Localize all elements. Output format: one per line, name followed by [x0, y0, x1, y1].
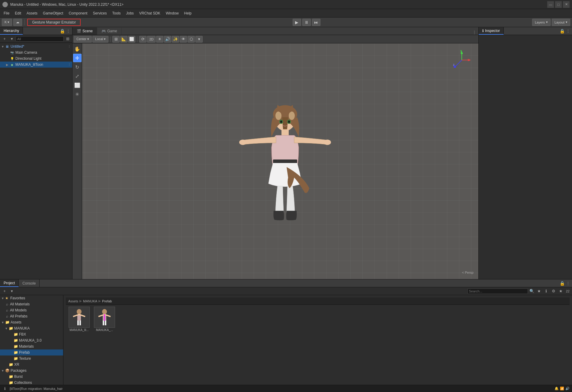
- menu-edit[interactable]: Edit: [12, 10, 24, 16]
- search-filter-4[interactable]: ⚙: [550, 288, 557, 294]
- gesture-manager-button[interactable]: Gesture Manager Emulator: [27, 19, 81, 26]
- hierarchy-lock-icon[interactable]: 🔒: [60, 29, 65, 33]
- project-search-input[interactable]: [468, 288, 528, 294]
- project-menu-icon[interactable]: ⋮: [566, 281, 570, 286]
- view-button[interactable]: 👁: [180, 36, 187, 43]
- all-prefabs-item[interactable]: ⌕ All Prefabs: [0, 313, 63, 319]
- asset-item-manuka-lil-1[interactable]: MANUKA_lil...: [67, 306, 91, 332]
- hierarchy-expand-button[interactable]: ⊞: [64, 36, 71, 42]
- inspector-lock-icon[interactable]: 🔒: [560, 29, 565, 33]
- collections-folder[interactable]: 📁 Collections: [0, 380, 63, 385]
- asset-item-manuka-lil-2[interactable]: MANUKA_...: [92, 306, 117, 332]
- effects-button[interactable]: ✨: [172, 36, 179, 43]
- minimize-button[interactable]: —: [547, 1, 554, 8]
- hierarchy-item-directional-light[interactable]: 💡 Directional Light: [0, 56, 72, 62]
- local-dropdown-button[interactable]: Local ▾: [92, 36, 108, 43]
- breadcrumb-assets[interactable]: Assets: [68, 299, 78, 303]
- rotate-gizmo-button[interactable]: ⟳: [139, 36, 146, 43]
- account-button[interactable]: K ▾: [2, 19, 12, 26]
- inspector-icon: ℹ: [482, 29, 484, 33]
- cloud-button[interactable]: ☁: [13, 19, 22, 26]
- grid-button[interactable]: ⊞: [112, 36, 120, 43]
- main-layout: Hierarchy 🔒 ⋮ + ▾ ⊞ ▼ 🏛 Untitled* ⋮: [0, 27, 572, 279]
- menu-tools[interactable]: Tools: [110, 10, 123, 16]
- hierarchy-item-manuka-liltoon[interactable]: ▶ ◆ MANUKA_lilToon ⋮: [0, 62, 72, 68]
- rect-tool-button[interactable]: ⬜: [73, 81, 82, 89]
- hierarchy-menu-icon[interactable]: ⋮: [66, 29, 70, 33]
- snap-button[interactable]: 📐: [120, 36, 127, 43]
- gizmos-button[interactable]: ⬡: [188, 36, 195, 43]
- prefab-folder[interactable]: 📁 Prefab: [0, 349, 63, 355]
- tab-console[interactable]: Console: [19, 279, 40, 287]
- menu-jobs[interactable]: Jobs: [124, 10, 136, 16]
- hierarchy-sort-button[interactable]: ▾: [8, 36, 15, 42]
- all-materials-item[interactable]: ⌕ All Materials: [0, 301, 63, 307]
- scene-options-icon[interactable]: ⋮: [68, 45, 71, 49]
- more-button[interactable]: ▾: [195, 36, 203, 43]
- move-tool-button[interactable]: ✛: [73, 54, 82, 62]
- status-network-icon[interactable]: 📶: [560, 387, 564, 390]
- add-asset-button[interactable]: +: [1, 288, 8, 294]
- fbx-folder[interactable]: 📁 FBX: [0, 331, 63, 337]
- breadcrumb-manuka[interactable]: MANUKA: [83, 299, 97, 303]
- tab-scene[interactable]: 🎬 Scene: [72, 27, 97, 35]
- favorites-section[interactable]: ▼ ★ Favorites: [0, 295, 63, 301]
- hierarchy-search-input[interactable]: [16, 36, 64, 42]
- viewport-hamburger-icon[interactable]: ≡: [75, 46, 78, 51]
- burst-folder[interactable]: 📁 Burst: [0, 374, 63, 380]
- materials-folder[interactable]: 📁 Materials: [0, 343, 63, 349]
- project-panel: Project Console 🔒 ⋮ + ▾ 🔍 ★ ℹ ⚙ ★: [0, 279, 572, 385]
- tab-game[interactable]: 🎮 Game: [97, 27, 122, 35]
- audio-button[interactable]: 🔊: [164, 36, 171, 43]
- tab-inspector[interactable]: ℹ Inspector: [479, 27, 504, 35]
- scene-viewport[interactable]: ✋ ✛ ↻ ⤢ ⬜ ✳: [72, 43, 478, 279]
- search-filter-1[interactable]: 🔍: [529, 288, 535, 294]
- menu-component[interactable]: Component: [66, 10, 90, 16]
- scene-menu-icon[interactable]: ⋮: [472, 30, 477, 35]
- search-filter-5[interactable]: ★: [558, 288, 564, 294]
- step-button[interactable]: ⏭: [312, 19, 320, 26]
- custom-tool-button[interactable]: ✳: [73, 90, 82, 98]
- hierarchy-scene-root[interactable]: ▼ 🏛 Untitled* ⋮: [0, 43, 72, 49]
- texture-folder[interactable]: 📁 Texture: [0, 355, 63, 362]
- layers-dropdown[interactable]: Layers ▾: [532, 19, 551, 26]
- xr-folder[interactable]: 📁 XR: [0, 362, 63, 368]
- status-audio-icon[interactable]: 🔊: [565, 387, 570, 390]
- breadcrumb-prefab[interactable]: Prefab: [102, 299, 112, 303]
- menu-assets[interactable]: Assets: [24, 10, 40, 16]
- menu-services[interactable]: Services: [90, 10, 109, 16]
- packages-section[interactable]: ▼ 📦 Packages: [0, 368, 63, 374]
- layout-button[interactable]: ⬜: [128, 36, 135, 43]
- menu-help[interactable]: Help: [182, 10, 194, 16]
- manuka-folder[interactable]: ▼ 📁 MANUKA: [0, 325, 63, 331]
- search-filter-2[interactable]: ★: [536, 288, 542, 294]
- add-hierarchy-button[interactable]: +: [1, 36, 8, 42]
- play-button[interactable]: ▶: [293, 19, 301, 26]
- assets-section[interactable]: ▼ 📁 Assets: [0, 319, 63, 325]
- lighting-button[interactable]: ☀: [156, 36, 163, 43]
- menu-file[interactable]: File: [1, 10, 12, 16]
- gizmo-x-label: x: [468, 58, 470, 62]
- center-dropdown-button[interactable]: Center ▾: [74, 36, 92, 43]
- search-filter-3[interactable]: ℹ: [543, 288, 550, 294]
- rotate-tool-button[interactable]: ↻: [73, 63, 82, 71]
- maximize-button[interactable]: □: [555, 1, 562, 8]
- status-notify-icon[interactable]: 🔔: [554, 387, 559, 390]
- layout-dropdown[interactable]: Layout ▾: [552, 19, 570, 26]
- project-lock-icon[interactable]: 🔒: [560, 281, 565, 286]
- tab-hierarchy[interactable]: Hierarchy: [0, 27, 23, 35]
- manuka-3-folder[interactable]: 📁 MANUKA_3.0: [0, 337, 63, 343]
- menu-gameobject[interactable]: GameObject: [40, 10, 66, 16]
- close-button[interactable]: ✕: [563, 1, 570, 8]
- menu-vrchat-sdk[interactable]: VRChat SDK: [137, 10, 163, 16]
- tab-project[interactable]: Project: [0, 279, 19, 287]
- pause-button[interactable]: ⏸: [302, 19, 311, 26]
- asset-sort-button[interactable]: ▾: [8, 288, 15, 294]
- menu-window[interactable]: Window: [163, 10, 181, 16]
- hierarchy-item-main-camera[interactable]: 📷 Main Camera: [0, 49, 72, 56]
- 2d-button[interactable]: 2D: [147, 36, 156, 43]
- all-models-item[interactable]: ⌕ All Models: [0, 307, 63, 313]
- manuka-options-icon[interactable]: ⋮: [68, 63, 71, 67]
- inspector-menu-icon[interactable]: ⋮: [566, 29, 570, 33]
- scale-tool-button[interactable]: ⤢: [73, 72, 82, 80]
